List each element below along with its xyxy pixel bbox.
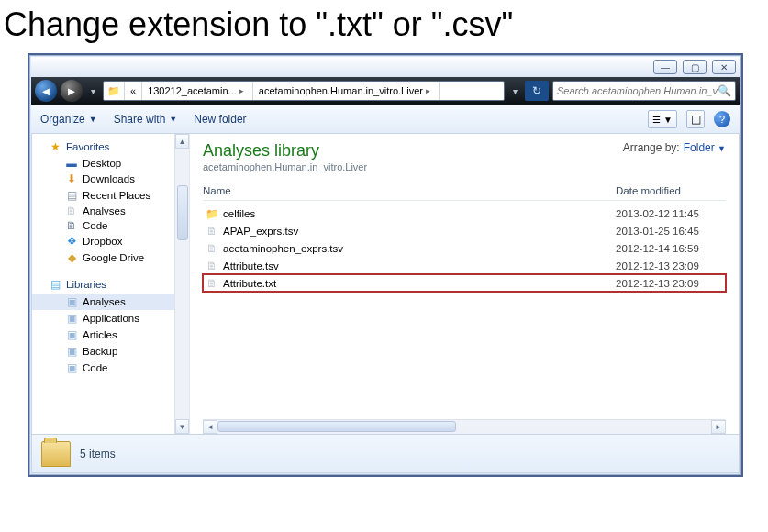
maximize-button[interactable]: ▢	[683, 60, 707, 74]
sidebar-item-code[interactable]: 🗎Code	[32, 218, 174, 233]
title-bar: — ▢ ✕	[31, 57, 740, 77]
file-date: 2012-12-13 23:09	[616, 260, 726, 272]
sidebar-item-analyses[interactable]: 🗎Analyses	[32, 204, 174, 218]
item-label: Google Drive	[83, 252, 144, 263]
item-icon: ◆	[65, 251, 78, 264]
file-row[interactable]: 🗎Attribute.tsv2012-12-13 23:09	[203, 257, 726, 274]
arrange-value[interactable]: Folder ▼	[684, 141, 726, 154]
search-icon: 🔍	[718, 84, 731, 97]
item-label: Code	[83, 362, 108, 373]
scroll-thumb[interactable]	[177, 185, 188, 240]
sidebar-item-google-drive[interactable]: ◆Google Drive	[32, 249, 174, 266]
column-name[interactable]: Name	[203, 185, 616, 196]
sidebar-item-backup[interactable]: ▣Backup	[32, 343, 174, 360]
file-name: acetaminophen_exprs.tsv	[221, 243, 616, 254]
folder-icon: 📁	[104, 82, 125, 100]
close-button[interactable]: ✕	[712, 60, 736, 74]
favorites-header[interactable]: ★ Favorites	[32, 138, 174, 156]
organize-button[interactable]: Organize▼	[40, 113, 97, 126]
breadcrumb-seg-0[interactable]: 130212_acetamin...▸	[142, 82, 253, 100]
arrange-by: Arrange by: Folder ▼	[623, 141, 726, 154]
preview-pane-button[interactable]: ◫	[686, 110, 705, 128]
history-dropdown[interactable]: ▾	[86, 86, 99, 96]
libraries-icon: ▤	[49, 278, 61, 291]
sidebar-item-dropbox[interactable]: ❖Dropbox	[32, 233, 174, 249]
sidebar-scrollbar[interactable]: ▲ ▼	[174, 134, 189, 434]
file-date: 2013-01-25 16:45	[616, 226, 726, 237]
item-label: Dropbox	[83, 236, 122, 247]
file-date: 2013-02-12 11:45	[616, 208, 726, 219]
library-icon: ▣	[65, 312, 78, 325]
sidebar-item-articles[interactable]: ▣Articles	[32, 327, 174, 343]
minimize-button[interactable]: —	[653, 60, 677, 74]
scroll-right-button[interactable]: ►	[711, 420, 726, 434]
refresh-button[interactable]: ↻	[525, 81, 549, 101]
main-header: Analyses library acetaminophen.Human.in_…	[203, 141, 726, 172]
doc-icon: 🗎	[203, 226, 221, 237]
file-row[interactable]: 🗎APAP_exprs.tsv2013-01-25 16:45	[203, 222, 726, 239]
sidebar: ★ Favorites ▬Desktop⬇Downloads▤Recent Pl…	[32, 134, 174, 434]
view-options-button[interactable]: ☰▼	[648, 110, 677, 128]
item-label: Applications	[83, 313, 139, 324]
body-area: ★ Favorites ▬Desktop⬇Downloads▤Recent Pl…	[31, 134, 740, 435]
sidebar-item-recent-places[interactable]: ▤Recent Places	[32, 187, 174, 204]
sidebar-item-analyses[interactable]: ▣Analyses	[32, 294, 174, 310]
column-headers: Name Date modified	[203, 185, 726, 201]
help-button[interactable]: ?	[714, 111, 730, 127]
hscroll-thumb[interactable]	[217, 421, 456, 432]
back-button[interactable]: ◄	[35, 80, 57, 102]
doc-icon: 🗎	[203, 260, 221, 272]
file-list: 📁celfiles2013-02-12 11:45🗎APAP_exprs.tsv…	[203, 205, 726, 292]
sidebar-item-applications[interactable]: ▣Applications	[32, 310, 174, 327]
item-label: Downloads	[83, 173, 135, 184]
address-dropdown[interactable]: ▾	[508, 86, 521, 96]
horizontal-scrollbar[interactable]: ◄ ►	[203, 419, 726, 434]
address-bar[interactable]: 📁 « 130212_acetamin...▸ acetaminophen.Hu…	[103, 81, 505, 101]
sidebar-item-desktop[interactable]: ▬Desktop	[32, 156, 174, 171]
organize-label: Organize	[40, 113, 85, 126]
library-title: Analyses library	[203, 141, 367, 161]
chevron-down-icon: ▼	[663, 115, 673, 125]
library-icon: ▣	[65, 295, 78, 308]
item-icon: 🗎	[65, 205, 78, 216]
search-box[interactable]: 🔍	[552, 81, 736, 101]
file-name: Attribute.txt	[221, 278, 616, 289]
scroll-down-button[interactable]: ▼	[175, 419, 189, 434]
scroll-up-button[interactable]: ▲	[175, 134, 189, 149]
library-subtitle: acetaminophen.Human.in_vitro.Liver	[203, 161, 367, 172]
view-icon: ☰	[652, 115, 661, 125]
item-label: Desktop	[83, 158, 121, 169]
breadcrumb-seg-1[interactable]: acetaminophen.Human.in_vitro.Liver▸	[253, 82, 440, 100]
item-label: Code	[83, 220, 108, 231]
scroll-left-button[interactable]: ◄	[203, 420, 217, 434]
file-row[interactable]: 📁celfiles2013-02-12 11:45	[203, 205, 726, 222]
column-date[interactable]: Date modified	[616, 185, 726, 196]
chevron-right-icon: ▸	[237, 86, 247, 95]
item-icon: ⬇	[65, 172, 78, 185]
chevron-down-icon: ▼	[89, 115, 97, 124]
favorites-label: Favorites	[66, 141, 109, 152]
slide-title: Change extension to ".txt" or ".csv"	[0, 0, 768, 53]
item-label: Backup	[83, 346, 117, 357]
sidebar-item-code[interactable]: ▣Code	[32, 360, 174, 376]
chevron-down-icon: ▼	[718, 144, 726, 153]
doc-icon: 🗎	[203, 278, 221, 289]
forward-button[interactable]: ►	[61, 80, 83, 102]
search-input[interactable]	[557, 85, 718, 96]
chevron-down-icon: ▼	[169, 115, 177, 124]
share-button[interactable]: Share with▼	[114, 113, 178, 126]
breadcrumb-label: acetaminophen.Human.in_vitro.Liver	[259, 85, 423, 96]
status-bar: 5 items	[31, 435, 740, 473]
libraries-header[interactable]: ▤ Libraries	[32, 275, 174, 294]
explorer-window: — ▢ ✕ ◄ ► ▾ 📁 « 130212_acetamin...▸ acet…	[28, 53, 743, 477]
sidebar-item-downloads[interactable]: ⬇Downloads	[32, 171, 174, 187]
breadcrumb-chevrons[interactable]: «	[125, 82, 142, 100]
file-row[interactable]: 🗎acetaminophen_exprs.tsv2012-12-14 16:59	[203, 239, 726, 257]
share-label: Share with	[114, 113, 166, 126]
file-row[interactable]: 🗎Attribute.txt2012-12-13 23:09	[203, 274, 726, 292]
item-icon: 🗎	[65, 220, 78, 231]
hscroll-track[interactable]	[217, 420, 711, 434]
tool-bar: Organize▼ Share with▼ New folder ☰▼ ◫ ?	[31, 105, 740, 134]
new-folder-button[interactable]: New folder	[194, 113, 246, 126]
star-icon: ★	[49, 140, 61, 153]
